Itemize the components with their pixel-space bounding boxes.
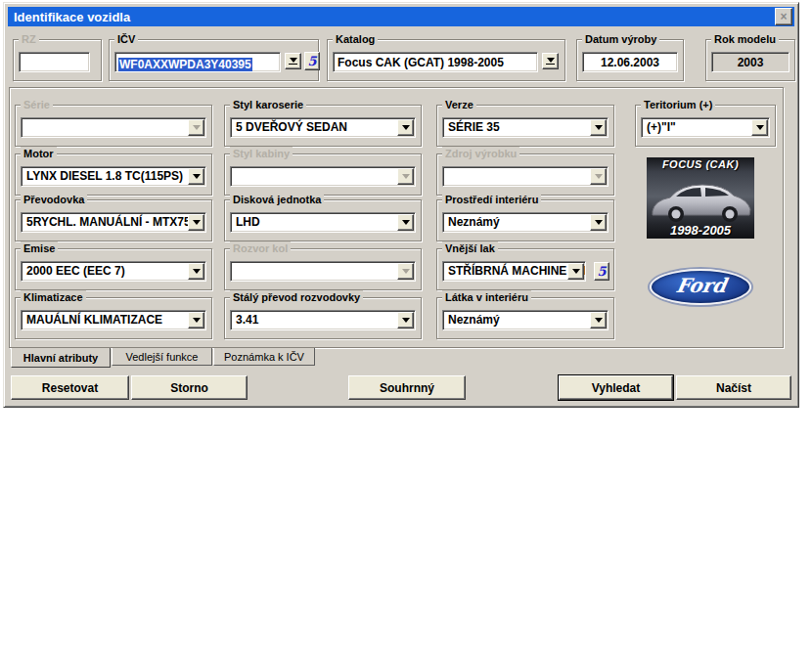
dropdown-arrow-icon [402,269,410,274]
staly-prevod-combo[interactable]: 3.41 [230,310,416,330]
klimatizace-group: Klimatizace MAUÁLNÍ KLIMATIZACE [15,297,212,339]
zdroj-vyrobku-label: Zdroj výrobku [442,147,519,160]
latka-v-interieru-group: Látka v interiéru Neznámý [436,297,614,339]
dropdown-arrow-icon [402,318,410,323]
rok-modelu-group: Rok modelu 2003 [705,39,795,81]
motor-combo[interactable]: LYNX DIESEL 1.8 TC(115PS) [21,166,206,187]
diskova-jednotka-combo[interactable]: LHD [230,212,416,233]
vnejsi-lak-undo-button[interactable]: 5 [594,262,609,281]
rz-group: RZ [13,39,102,81]
souhrnny-button[interactable]: Souhrnný [348,375,466,400]
klimatizace-dropdown-button[interactable] [188,312,204,328]
styl-karoserie-dropdown-button[interactable] [397,119,414,136]
prostredi-interieru-combo[interactable]: Neznámý [442,212,609,233]
dropdown-arrow-icon [290,58,297,63]
prostredi-interieru-group: Prostředí interiéru Neznámý [436,199,614,241]
verze-dropdown-button[interactable] [590,119,607,136]
close-button[interactable]: × [775,8,792,25]
verze-combo[interactable]: SÉRIE 35 [442,117,609,138]
tab-poznamka-k-icv[interactable]: Poznámka k IČV [213,348,315,366]
ford-logo: Ford [650,269,751,305]
vnejsi-lak-value: STŘÍBRNÁ MACHINE (ME [442,261,586,282]
dropdown-arrow-icon [193,269,201,274]
emise-value: 2000 EEC (EEC 7) [21,261,206,282]
dropdown-arrow-icon [402,125,410,130]
tab-vedlejsi-funkce[interactable]: Vedlejší funkce [112,348,212,366]
datum-vyroby-label: Datum výroby [582,32,659,46]
vnejsi-lak-dropdown-button[interactable] [567,263,584,280]
dropdown-arrow-icon [193,125,201,130]
tab-hlavni-atributy[interactable]: Hlavní atributy [11,348,111,368]
serie-group: Série [15,105,212,147]
motor-group: Motor LYNX DIESEL 1.8 TC(115PS) [15,153,212,196]
staly-prevod-value: 3.41 [230,310,416,330]
dropdown-underline-icon [289,64,297,65]
rz-input[interactable] [19,52,90,72]
icv-undo-button[interactable]: 5 [304,52,320,70]
vehicle-image: FOCUS (CAK) 1998-2005 [647,157,754,239]
teritorium-combo[interactable]: (+)"I" [641,117,770,138]
nacist-button[interactable]: Načíst [676,375,791,400]
latka-v-interieru-dropdown-button[interactable] [590,312,607,328]
tab-label: Vedlejší funkce [126,351,199,363]
prevodovka-combo[interactable]: 5RYCHL. MANUÁLNÍ - MTX75 [21,212,206,233]
icv-input[interactable]: WF0AXXWPDA3Y40395 [114,52,281,72]
dropdown-arrow-icon [595,174,603,179]
styl-karoserie-value: 5 DVEŘOVÝ SEDAN [230,117,416,138]
klimatizace-value: MAUÁLNÍ KLIMATIZACE [21,310,206,330]
katalog-dropdown-button[interactable] [542,53,559,69]
vyhledat-button[interactable]: Vyhledat [559,375,673,400]
staly-prevod-group: Stálý převod rozvodovky 3.41 [224,297,422,339]
tab-label: Hlavní atributy [23,352,98,364]
dropdown-arrow-icon [547,58,555,63]
klimatizace-label: Klimatizace [21,290,86,304]
prevodovka-label: Převodovka [21,193,87,206]
rz-label: RZ [19,32,39,46]
zdroj-vyrobku-dropdown-button [590,168,607,185]
vnejsi-lak-group: Vnější lak STŘÍBRNÁ MACHINE (ME 5 [436,248,614,290]
styl-kabiny-dropdown-button [397,168,414,185]
motor-dropdown-button[interactable] [188,168,204,185]
storno-button[interactable]: Storno [131,375,248,400]
button-label: Vyhledat [592,381,641,395]
datum-vyroby-input[interactable]: 12.06.2003 [582,52,678,72]
resetovat-button[interactable]: Resetovat [11,375,129,400]
katalog-field[interactable]: Focus CAK (GCAT) 1998-2005 [333,52,538,72]
button-label: Souhrnný [380,381,434,395]
zdroj-vyrobku-value [442,166,609,187]
klimatizace-combo[interactable]: MAUÁLNÍ KLIMATIZACE [21,310,206,330]
dropdown-arrow-icon [193,174,201,179]
staly-prevod-dropdown-button[interactable] [397,312,414,328]
emise-combo[interactable]: 2000 EEC (EEC 7) [21,261,206,282]
prostredi-interieru-dropdown-button[interactable] [590,214,607,231]
emise-dropdown-button[interactable] [188,263,204,280]
dropdown-arrow-icon [402,174,410,179]
latka-v-interieru-combo[interactable]: Neznámý [442,310,609,330]
prostredi-interieru-label: Prostředí interiéru [442,193,541,206]
verze-group: Verze SÉRIE 35 [436,105,614,147]
rozvor-kol-value [230,261,416,282]
styl-karoserie-label: Styl karoserie [230,98,306,111]
rok-modelu-label: Rok modelu [711,32,779,46]
teritorium-dropdown-button[interactable] [751,119,768,136]
dropdown-arrow-icon [595,220,603,225]
zdroj-vyrobku-group: Zdroj výrobku [436,153,614,196]
prevodovka-dropdown-button[interactable] [188,214,204,231]
diskova-jednotka-group: Disková jednotka LHD [224,199,422,241]
dropdown-arrow-icon [595,318,603,323]
diskova-jednotka-value: LHD [230,212,416,233]
styl-karoserie-group: Styl karoserie 5 DVEŘOVÝ SEDAN [224,105,422,147]
rozvor-kol-dropdown-button [397,263,414,280]
vnejsi-lak-label: Vnější lak [442,241,498,255]
ford-logo-text: Ford [673,276,727,298]
prevodovka-value: 5RYCHL. MANUÁLNÍ - MTX75 [21,212,206,233]
button-label: Resetovat [42,381,98,395]
icv-dropdown-button[interactable] [285,53,301,69]
diskova-jednotka-dropdown-button[interactable] [397,214,414,231]
button-label: Storno [170,381,208,395]
rok-modelu-field: 2003 [711,52,789,72]
serie-combo [21,117,206,138]
vnejsi-lak-combo[interactable]: STŘÍBRNÁ MACHINE (ME [442,261,586,282]
styl-karoserie-combo[interactable]: 5 DVEŘOVÝ SEDAN [230,117,416,138]
close-icon: × [780,10,787,23]
